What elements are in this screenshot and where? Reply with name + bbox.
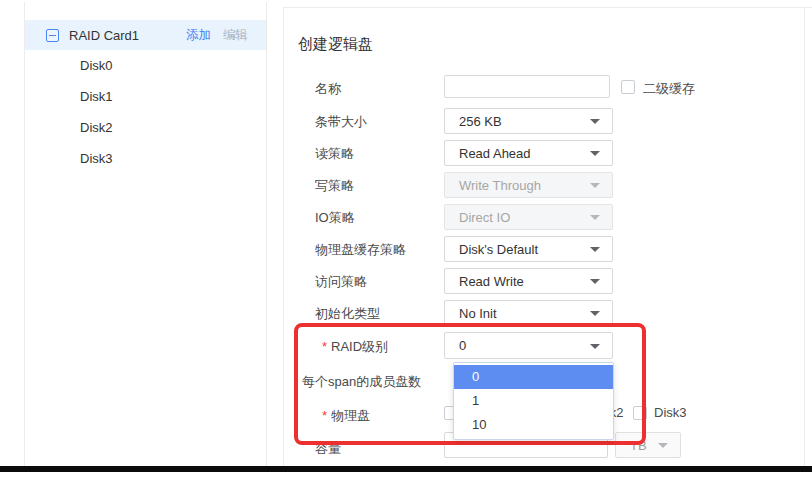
io-policy-select: Direct IO xyxy=(444,204,613,230)
raid-level-option-0[interactable]: 0 xyxy=(454,365,613,389)
chevron-down-icon xyxy=(590,151,600,156)
raid-card-label: RAID Card1 xyxy=(69,28,139,43)
access-policy-label: 访问策略 xyxy=(315,273,367,291)
physical-disks-label: *物理盘 xyxy=(322,407,370,425)
init-type-value: No Init xyxy=(459,306,497,321)
span-members-label: 每个span的成员盘数 xyxy=(302,373,421,391)
tree-children: Disk0 Disk1 Disk2 Disk3 xyxy=(25,50,266,174)
panel-divider xyxy=(804,7,805,466)
chevron-down-icon xyxy=(590,279,600,284)
write-policy-select: Write Through xyxy=(444,172,613,198)
tree-node-disk0[interactable]: Disk0 xyxy=(25,50,266,81)
raid-tree-panel: RAID Card1 添加 编辑 Disk0 Disk1 Disk2 Disk3 xyxy=(24,2,267,466)
add-link[interactable]: 添加 xyxy=(186,27,211,44)
tree-node-raid-card[interactable]: RAID Card1 添加 编辑 xyxy=(25,20,266,50)
chevron-down-icon xyxy=(590,311,600,316)
capacity-unit-select: TB xyxy=(615,432,681,458)
write-policy-label: 写策略 xyxy=(315,177,354,195)
chevron-down-icon xyxy=(590,119,600,124)
disk-cache-policy-value: Disk's Default xyxy=(459,242,538,257)
name-input[interactable] xyxy=(444,75,610,98)
disk-cache-policy-select[interactable]: Disk's Default xyxy=(444,236,613,262)
edit-link[interactable]: 编辑 xyxy=(223,27,248,44)
raid-level-value: 0 xyxy=(459,338,466,353)
bottom-border-bar xyxy=(0,466,812,472)
tree-node-disk2[interactable]: Disk2 xyxy=(25,112,266,143)
required-asterisk: * xyxy=(322,408,327,423)
raid-level-dropdown-list: 0 1 10 xyxy=(453,362,614,440)
name-label: 名称 xyxy=(315,80,341,98)
disk3-checkbox[interactable] xyxy=(633,406,647,420)
tree-node-disk1[interactable]: Disk1 xyxy=(25,81,266,112)
chevron-down-icon xyxy=(590,247,600,252)
create-logical-disk-panel: 创建逻辑盘 名称 二级缓存 条带大小 256 KB 读策略 Read Ahead… xyxy=(283,7,812,466)
raid-level-label: *RAID级别 xyxy=(322,338,388,356)
read-policy-value: Read Ahead xyxy=(459,146,531,161)
io-policy-label: IO策略 xyxy=(315,209,355,227)
chevron-down-icon xyxy=(590,215,600,220)
raid-level-option-1[interactable]: 1 xyxy=(454,389,613,413)
access-policy-select[interactable]: Read Write xyxy=(444,268,613,294)
chevron-down-icon xyxy=(658,443,668,448)
init-type-label: 初始化类型 xyxy=(315,305,380,323)
capacity-label: 容量 xyxy=(315,440,341,458)
page-title: 创建逻辑盘 xyxy=(298,35,373,54)
stripe-size-select[interactable]: 256 KB xyxy=(444,108,613,134)
access-policy-value: Read Write xyxy=(459,274,524,289)
disk-cache-policy-label: 物理盘缓存策略 xyxy=(315,241,406,259)
chevron-down-icon xyxy=(590,183,600,188)
raid-level-select[interactable]: 0 xyxy=(444,332,613,359)
stripe-size-label: 条带大小 xyxy=(315,113,367,131)
required-asterisk: * xyxy=(322,339,327,354)
secondary-cache-checkbox[interactable] xyxy=(621,80,635,94)
read-policy-select[interactable]: Read Ahead xyxy=(444,140,613,166)
raid-config-page: RAID Card1 添加 编辑 Disk0 Disk1 Disk2 Disk3… xyxy=(0,0,812,479)
secondary-cache-label: 二级缓存 xyxy=(643,80,695,98)
disk3-checkbox-item[interactable]: Disk3 xyxy=(633,405,687,420)
collapse-icon[interactable] xyxy=(46,29,59,42)
tree-node-disk3[interactable]: Disk3 xyxy=(25,143,266,174)
read-policy-label: 读策略 xyxy=(315,145,354,163)
capacity-unit-value: TB xyxy=(630,438,647,453)
io-policy-value: Direct IO xyxy=(459,210,510,225)
init-type-select[interactable]: No Init xyxy=(444,300,613,326)
stripe-size-value: 256 KB xyxy=(459,114,502,129)
write-policy-value: Write Through xyxy=(459,178,541,193)
raid-level-option-10[interactable]: 10 xyxy=(454,413,613,437)
chevron-down-icon xyxy=(590,344,600,349)
disk3-label: Disk3 xyxy=(654,405,687,420)
